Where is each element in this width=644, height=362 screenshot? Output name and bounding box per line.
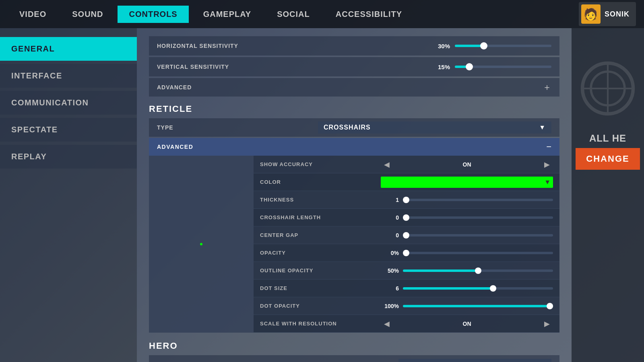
outline-opacity-row: OUTLINE OPACITY 50% [254, 262, 559, 280]
outline-opacity-label: OUTLINE OPACITY [260, 267, 381, 274]
advanced-expand-icon: ＋ [543, 81, 551, 93]
dot-opacity-value: 100% [381, 303, 403, 309]
thickness-row: THICKNESS 1 [254, 191, 559, 209]
reticle-advanced-section: ADVANCED − SHOW ACCURACY ◀ ON ▶ [149, 138, 559, 333]
tab-controls[interactable]: CONTROLS [118, 6, 188, 23]
sidebar-item-communication[interactable]: COMMUNICATION [0, 91, 137, 115]
crosshair-length-slider[interactable] [403, 216, 553, 219]
scale-prev-icon[interactable]: ◀ [381, 319, 393, 328]
show-accuracy-value: ON [393, 161, 541, 168]
thickness-value: 1 [381, 197, 403, 203]
show-accuracy-toggle[interactable]: ◀ ON ▶ [381, 160, 553, 169]
center-gap-value: 0 [381, 232, 403, 239]
reticle-advanced-label: ADVANCED [157, 144, 546, 150]
vertical-sensitivity-value: 15% [431, 64, 455, 70]
show-accuracy-prev-icon[interactable]: ◀ [381, 160, 393, 169]
advanced-collapse-icon: − [546, 142, 551, 152]
color-label: COLOR [260, 179, 381, 185]
show-accuracy-row: SHOW ACCURACY ◀ ON ▶ [254, 156, 559, 173]
scale-resolution-value: ON [393, 321, 541, 327]
outline-opacity-slider[interactable] [403, 269, 553, 272]
opacity-row: OPACITY 0% [254, 244, 559, 262]
all-heroes-label: ALL HE [589, 133, 626, 144]
color-row: COLOR ▼ [254, 173, 559, 191]
thickness-slider[interactable] [403, 199, 553, 201]
chevron-down-icon: ▼ [539, 124, 546, 131]
crosshair-preview [149, 156, 254, 333]
tab-social[interactable]: SOCIAL [266, 6, 321, 23]
hero-section: HERO ALLIED HEALTH BARS DEFAULT ▼ SHOW F… [149, 341, 559, 362]
crosshair-dot [200, 243, 202, 245]
reticle-type-value: CROSSHAIRS [324, 124, 371, 131]
change-button[interactable]: CHANGE [576, 148, 640, 170]
dot-opacity-slider[interactable] [403, 305, 553, 307]
tab-accessibility[interactable]: ACCESSIBILITY [324, 6, 413, 23]
crosshair-length-row: CROSSHAIR LENGTH 0 [254, 209, 559, 226]
sensitivity-advanced-label: ADVANCED [157, 84, 543, 90]
center-gap-slider[interactable] [403, 234, 553, 237]
avatar: 🧑 [581, 4, 601, 24]
dot-opacity-row: DOT OPACITY 100% [254, 297, 559, 315]
content-area: HORIZONTAL SENSITIVITY 30% VERTICAL SENS… [137, 28, 572, 362]
outline-opacity-value: 50% [381, 267, 403, 274]
sidebar-item-interface[interactable]: INTERFACE [0, 64, 137, 88]
dot-size-value: 6 [381, 285, 403, 292]
sidebar-item-spectate[interactable]: SPECTATE [0, 118, 137, 142]
reticle-type-dropdown[interactable]: CROSSHAIRS ▼ [318, 121, 551, 134]
sidebar-item-replay[interactable]: REPLAY [0, 145, 137, 169]
opacity-label: OPACITY [260, 250, 381, 256]
tab-sound[interactable]: SOUND [61, 6, 114, 23]
dot-size-slider[interactable] [403, 287, 553, 290]
vertical-sensitivity-label: VERTICAL SENSITIVITY [157, 64, 431, 70]
reticle-type-row: TYPE CROSSHAIRS ▼ [149, 118, 559, 137]
reticle-advanced-header[interactable]: ADVANCED − [149, 138, 559, 156]
sidebar-item-general[interactable]: GENERAL [0, 37, 137, 61]
vertical-sensitivity-slider[interactable] [455, 66, 551, 68]
crosshair-settings: SHOW ACCURACY ◀ ON ▶ COLOR ▼ [254, 156, 559, 333]
dot-size-row: DOT SIZE 6 [254, 280, 559, 297]
opacity-value: 0% [381, 250, 403, 256]
center-gap-label: CENTER GAP [260, 232, 381, 238]
dot-size-label: DOT SIZE [260, 285, 381, 291]
main-layout: GENERAL INTERFACE COMMUNICATION SPECTATE… [0, 28, 644, 362]
horizontal-sensitivity-slider[interactable] [455, 45, 551, 47]
crosshair-layout: SHOW ACCURACY ◀ ON ▶ COLOR ▼ [149, 156, 559, 333]
reticle-section-header: RETICLE [149, 104, 559, 114]
scale-resolution-row: SCALE WITH RESOLUTION ◀ ON ▶ [254, 315, 559, 333]
game-logo-watermark [580, 60, 636, 117]
sidebar: GENERAL INTERFACE COMMUNICATION SPECTATE… [0, 28, 137, 362]
horizontal-sensitivity-value: 30% [431, 43, 455, 49]
scale-next-icon[interactable]: ▶ [541, 319, 553, 328]
crosshair-length-label: CROSSHAIR LENGTH [260, 214, 381, 220]
user-area: 🧑 SONIK [579, 2, 636, 26]
vertical-sensitivity-row: VERTICAL SENSITIVITY 15% [149, 57, 559, 76]
scale-resolution-toggle[interactable]: ◀ ON ▶ [381, 319, 553, 328]
horizontal-sensitivity-label: HORIZONTAL SENSITIVITY [157, 43, 431, 49]
allied-health-bars-dropdown[interactable]: DEFAULT ▼ [398, 359, 551, 362]
opacity-slider[interactable] [403, 252, 553, 254]
tab-video[interactable]: VIDEO [8, 6, 58, 23]
hero-section-header: HERO [149, 341, 559, 351]
crosshair-length-value: 0 [381, 214, 403, 221]
username: SONIK [605, 10, 630, 19]
dot-opacity-label: DOT OPACITY [260, 303, 381, 309]
sensitivity-advanced-row[interactable]: ADVANCED ＋ [149, 78, 559, 97]
show-accuracy-label: SHOW ACCURACY [260, 161, 381, 167]
color-picker[interactable]: ▼ [381, 177, 553, 188]
tab-gameplay[interactable]: GAMEPLAY [192, 6, 263, 23]
thickness-label: THICKNESS [260, 197, 381, 203]
top-nav: VIDEO SOUND CONTROLS GAMEPLAY SOCIAL ACC… [0, 0, 644, 28]
reticle-type-label: TYPE [157, 124, 318, 131]
color-chevron-icon: ▼ [544, 179, 551, 186]
horizontal-sensitivity-row: HORIZONTAL SENSITIVITY 30% [149, 36, 559, 56]
allied-health-bars-row: ALLIED HEALTH BARS DEFAULT ▼ [149, 355, 559, 362]
scale-resolution-label: SCALE WITH RESOLUTION [260, 321, 381, 327]
show-accuracy-next-icon[interactable]: ▶ [541, 160, 553, 169]
right-panel: ALL HE CHANGE [572, 28, 644, 362]
center-gap-row: CENTER GAP 0 [254, 226, 559, 244]
